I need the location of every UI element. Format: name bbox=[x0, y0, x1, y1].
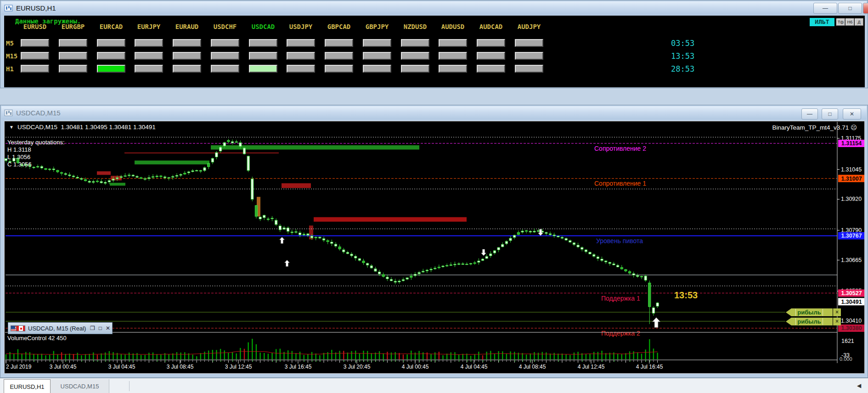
window2-titlebar[interactable]: USDCAD,M15 — □ ✕ bbox=[1, 106, 867, 120]
cell-button-AUDCAD-M5[interactable] bbox=[477, 39, 505, 47]
cell-button-NZDUSD-H1[interactable] bbox=[401, 65, 429, 73]
cell-button-USDCAD-H1[interactable] bbox=[249, 65, 277, 73]
cell-button-NZDUSD-M15[interactable] bbox=[401, 52, 429, 60]
close-icon[interactable]: ✕ bbox=[106, 325, 110, 331]
cell-button-USDCHF-M15[interactable] bbox=[211, 52, 239, 60]
cell-button-EURUSD-M15[interactable] bbox=[21, 52, 49, 60]
volume-bar bbox=[141, 355, 141, 359]
candle-body bbox=[565, 239, 567, 240]
tab-scroll-left-icon[interactable]: ◀ bbox=[857, 382, 861, 389]
cell-button-EURUSD-M5[interactable] bbox=[21, 39, 49, 47]
chart-rectangle-1 bbox=[211, 145, 419, 149]
candle-body bbox=[513, 235, 516, 238]
cell-button-USDCHF-M5[interactable] bbox=[211, 39, 239, 47]
minimize-button[interactable]: — bbox=[801, 108, 818, 120]
cell-button-EURGBP-M15[interactable] bbox=[59, 52, 87, 60]
volume-bar bbox=[458, 354, 459, 359]
volume-bar bbox=[645, 349, 646, 359]
candle-body bbox=[640, 276, 643, 277]
cell-button-AUDUSD-M15[interactable] bbox=[439, 52, 467, 60]
cell-button-GBPCAD-M15[interactable] bbox=[325, 52, 353, 60]
row-label-M5: M5 bbox=[6, 40, 14, 47]
filter-button[interactable]: ИЛЬТ bbox=[810, 18, 834, 26]
close-button[interactable]: ✕ bbox=[843, 108, 861, 120]
cell-button-AUDUSD-H1[interactable] bbox=[439, 65, 467, 73]
cell-button-GBPCAD-H1[interactable] bbox=[325, 65, 353, 73]
cell-button-USDJPY-H1[interactable] bbox=[287, 65, 315, 73]
mini-button-1[interactable]: Тф bbox=[836, 18, 845, 26]
cell-button-GBPJPY-H1[interactable] bbox=[363, 65, 391, 73]
volume-bar bbox=[427, 353, 428, 359]
collapse-icon[interactable]: ▼ bbox=[9, 125, 14, 130]
mini-button-2[interactable]: Н6 bbox=[845, 18, 854, 26]
close-button[interactable]: ✕ bbox=[863, 3, 868, 14]
cell-button-USDCAD-M15[interactable] bbox=[249, 52, 277, 60]
pair-label-USDCAD: USDCAD bbox=[244, 23, 282, 30]
maximize-icon[interactable]: □ bbox=[99, 325, 102, 331]
volume-bar bbox=[49, 355, 50, 359]
pair-label-USDJPY: USDJPY bbox=[282, 23, 320, 30]
cell-button-AUDJPY-M15[interactable] bbox=[515, 52, 543, 60]
minimize-button[interactable]: — bbox=[813, 3, 837, 14]
cell-button-EURJPY-H1[interactable] bbox=[135, 65, 163, 73]
cell-button-AUDJPY-H1[interactable] bbox=[515, 65, 543, 73]
candle-body bbox=[577, 245, 579, 247]
cell-button-EURJPY-M15[interactable] bbox=[135, 52, 163, 60]
profit-tag-close-icon-2[interactable]: × bbox=[833, 318, 841, 325]
symbol-mini-window[interactable]: USDCAD, M15 (Real) ❐ □ ✕ bbox=[8, 322, 113, 334]
cell-button-GBPJPY-M15[interactable] bbox=[363, 52, 391, 60]
candle-body bbox=[343, 250, 345, 252]
cell-button-EURCAD-M5[interactable] bbox=[97, 39, 125, 47]
cell-button-AUDUSD-M5[interactable] bbox=[439, 39, 467, 47]
volume-bar bbox=[276, 349, 276, 359]
pair-label-AUDJPY: AUDJPY bbox=[510, 23, 548, 30]
candle-body bbox=[446, 265, 448, 266]
cell-button-USDCHF-H1[interactable] bbox=[211, 65, 239, 73]
candle-body bbox=[358, 259, 361, 261]
price-badge-label: 1.30380 bbox=[841, 325, 862, 331]
candle-body bbox=[490, 254, 492, 256]
cell-button-GBPCAD-M5[interactable] bbox=[325, 39, 353, 47]
candle-body bbox=[350, 254, 353, 256]
candle-body bbox=[434, 268, 436, 269]
tab-eurusd-h1[interactable]: EURUSD,H1 bbox=[4, 379, 51, 393]
cell-button-EURJPY-M5[interactable] bbox=[135, 39, 163, 47]
mini-button-3[interactable]: Д bbox=[855, 18, 863, 26]
cell-button-USDJPY-M15[interactable] bbox=[287, 52, 315, 60]
restore-icon[interactable]: ❐ bbox=[90, 325, 95, 331]
candle-body bbox=[116, 178, 118, 179]
profit-tag-close-icon-1[interactable]: × bbox=[833, 308, 841, 316]
cell-button-EURUSD-H1[interactable] bbox=[21, 65, 49, 73]
cell-button-AUDJPY-M5[interactable] bbox=[515, 39, 543, 47]
cell-button-EURAUD-M5[interactable] bbox=[173, 39, 201, 47]
cell-button-USDCAD-M5[interactable] bbox=[249, 39, 277, 47]
yesterday-close: C 1.3056 bbox=[7, 161, 32, 168]
chart-area[interactable]: Сопротивление 2Сопротивление 1Уровень пи… bbox=[4, 121, 865, 374]
candle-body bbox=[307, 234, 309, 235]
cell-button-AUDCAD-H1[interactable] bbox=[477, 65, 505, 73]
profit-tag-2[interactable]: рибыль bbox=[786, 318, 833, 325]
cell-button-EURAUD-M15[interactable] bbox=[173, 52, 201, 60]
volume-bar bbox=[17, 349, 18, 359]
candle-body bbox=[319, 237, 321, 238]
cell-button-USDJPY-M5[interactable] bbox=[287, 39, 315, 47]
cell-button-AUDCAD-M15[interactable] bbox=[477, 52, 505, 60]
row-label-M15: M15 bbox=[6, 52, 17, 60]
maximize-button[interactable]: □ bbox=[822, 108, 838, 120]
cell-button-EURGBP-M5[interactable] bbox=[59, 39, 87, 47]
candle-body bbox=[390, 279, 392, 281]
cell-button-EURCAD-H1[interactable] bbox=[97, 65, 125, 73]
window1-titlebar[interactable]: EURUSD,H1 — □ ✕ bbox=[1, 1, 867, 15]
volume-bar bbox=[574, 353, 575, 359]
cell-button-EURAUD-H1[interactable] bbox=[173, 65, 201, 73]
volume-bar bbox=[383, 353, 384, 359]
candle-body bbox=[366, 263, 369, 265]
cell-button-GBPJPY-M5[interactable] bbox=[363, 39, 391, 47]
cell-button-NZDUSD-M5[interactable] bbox=[401, 39, 429, 47]
cell-button-EURGBP-H1[interactable] bbox=[59, 65, 87, 73]
candle-body bbox=[61, 172, 63, 173]
maximize-button[interactable]: □ bbox=[838, 3, 862, 14]
profit-tag-1[interactable]: рибыль bbox=[786, 308, 833, 316]
tab-usdcad-m15[interactable]: USDCAD,M15 bbox=[51, 379, 109, 393]
cell-button-EURCAD-M15[interactable] bbox=[97, 52, 125, 60]
